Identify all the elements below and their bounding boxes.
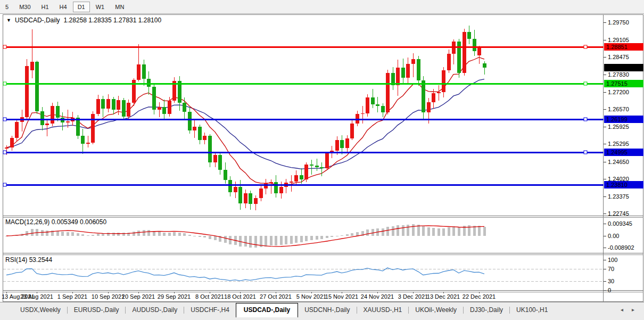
candle-body: [86, 143, 90, 144]
svg-text:10 Sep 2021: 10 Sep 2021: [92, 293, 125, 300]
candle-body: [381, 106, 385, 112]
svg-text:1.28475: 1.28475: [608, 54, 629, 60]
svg-text:1.25295: 1.25295: [608, 141, 629, 147]
tab-eurusd-daily[interactable]: EURUSD-,Daily: [68, 304, 126, 316]
tab-xauusd-h1[interactable]: XAUUSD-,H1: [357, 304, 409, 316]
candle-body: [147, 79, 151, 86]
pane-splitter[interactable]: [3, 291, 643, 292]
svg-text:20 Sep 2021: 20 Sep 2021: [122, 293, 155, 300]
candle-body: [66, 121, 70, 122]
horizontal-line-1.27515[interactable]: [3, 82, 604, 85]
date-axis[interactable]: 13 Aug 202123 Aug 20211 Sep 202110 Sep 2…: [2, 292, 496, 300]
svg-text:1.28851: 1.28851: [606, 44, 628, 50]
pane-splitter[interactable]: [3, 216, 643, 218]
candle-body: [411, 59, 415, 64]
candle-body: [96, 99, 100, 114]
candle-body: [122, 100, 126, 117]
candle-body: [142, 64, 146, 79]
svg-text:1 Sep 2021: 1 Sep 2021: [57, 293, 87, 300]
timeframe-button-h1[interactable]: H1: [37, 2, 54, 12]
candle-body: [5, 147, 9, 149]
timeframe-button-mn[interactable]: MN: [110, 2, 129, 12]
svg-text:1.29750: 1.29750: [608, 19, 629, 26]
candle-body: [208, 136, 212, 162]
tabs-holder: USDX,WeeklyEURUSD-,DailyAUDUSD-,DailyUSD…: [14, 302, 554, 317]
svg-text:22 Dec 2021: 22 Dec 2021: [463, 293, 496, 300]
price-axis-badges: 1.288511.275151.261991.249951.238101.281…: [604, 43, 643, 188]
candle-body: [56, 106, 60, 118]
candle-body: [203, 136, 207, 140]
horizontal-line-1.23810[interactable]: [3, 183, 604, 186]
line-handle: [3, 45, 6, 48]
candle-body: [76, 118, 80, 135]
candle-body: [228, 180, 232, 193]
svg-text:24 Nov 2021: 24 Nov 2021: [361, 293, 394, 300]
timeframe-button-5[interactable]: 5: [1, 2, 13, 12]
timeframe-button-h4[interactable]: H4: [55, 2, 72, 12]
candle-body: [417, 59, 420, 80]
candle-body: [320, 167, 324, 169]
candle-body: [447, 54, 451, 70]
macd-axis[interactable]: 0.0093450.00-0.008902: [604, 220, 634, 251]
candle-body: [310, 165, 313, 166]
line-handle: [584, 151, 587, 154]
candle-body: [294, 175, 298, 182]
symbol-dropdown-icon[interactable]: ▼: [6, 18, 11, 23]
tab-scroll-right-icon[interactable]: ▸: [632, 307, 634, 313]
rsi-axis[interactable]: 10070300: [604, 257, 617, 293]
tab-usdcad-daily[interactable]: USDCAD-,Daily: [236, 303, 298, 317]
candle-body: [234, 187, 237, 192]
candle-body: [193, 127, 196, 130]
svg-text:1.23810: 1.23810: [606, 182, 628, 188]
candle-body: [371, 97, 375, 104]
candle-body: [254, 198, 258, 204]
candle-body: [437, 92, 441, 94]
pane-splitter[interactable]: [3, 253, 643, 255]
svg-text:29 Sep 2021: 29 Sep 2021: [158, 293, 191, 300]
timeframe-button-d1[interactable]: D1: [73, 2, 90, 12]
candle-body: [101, 99, 105, 109]
candle-body: [213, 155, 217, 162]
candle-body: [224, 170, 227, 180]
svg-text:70: 70: [608, 266, 614, 272]
candle-body: [168, 101, 171, 114]
candle-body: [218, 155, 222, 170]
macd-histogram: [5, 224, 486, 248]
svg-text:13 Dec 2021: 13 Dec 2021: [427, 293, 460, 300]
tab-audusd-daily[interactable]: AUDUSD-,Daily: [126, 304, 184, 316]
svg-text:0: 0: [608, 287, 611, 293]
tab-usdx-weekly[interactable]: USDX,Weekly: [14, 304, 67, 316]
candle-body: [25, 66, 29, 117]
candle-body: [361, 113, 365, 114]
tab-ukoil-weekly[interactable]: UKOil-,Weekly: [409, 304, 463, 316]
chart-canvas[interactable]: 1.297501.291051.284751.278301.272001.265…: [0, 0, 644, 320]
candle-body: [132, 80, 136, 103]
candle-body: [274, 182, 278, 193]
symbol-tab-bar: USDX,WeeklyEURUSD-,DailyAUDUSD-,DailyUSD…: [0, 302, 644, 320]
svg-text:1.29105: 1.29105: [608, 37, 629, 43]
tab-scroll-left-icon[interactable]: ◂: [621, 307, 623, 313]
candle-body: [376, 104, 379, 106]
horizontal-line-1.24995[interactable]: [3, 151, 604, 154]
horizontal-line-1.28851[interactable]: [3, 45, 604, 48]
candle-body: [117, 100, 120, 110]
timeframe-button-w1[interactable]: W1: [91, 2, 110, 12]
rsi-levels: [3, 269, 604, 282]
candle-body: [422, 80, 425, 112]
chart-title[interactable]: ▼ USDCAD-,Daily 1.28258 1.28335 1.27831 …: [6, 17, 161, 24]
tab-dj30-daily[interactable]: DJ30-,Daily: [464, 304, 509, 316]
tab-usdchf-h4[interactable]: USDCHF-,H4: [184, 304, 236, 316]
line-handle: [3, 118, 6, 121]
candle-body: [457, 42, 461, 73]
candle-body: [188, 112, 192, 130]
candle-body: [432, 93, 435, 102]
timeframe-button-m30[interactable]: M30: [14, 2, 35, 12]
tab-uk100-h1[interactable]: UK100-,H1: [510, 304, 554, 316]
tab-usdcnh-daily[interactable]: USDCNH-,Daily: [298, 304, 356, 316]
chart-frame: [3, 15, 643, 302]
candle-body: [264, 183, 268, 188]
candle-body: [61, 118, 64, 122]
candle-body: [442, 70, 445, 92]
candle-body: [427, 102, 431, 112]
line-handle: [584, 118, 587, 121]
